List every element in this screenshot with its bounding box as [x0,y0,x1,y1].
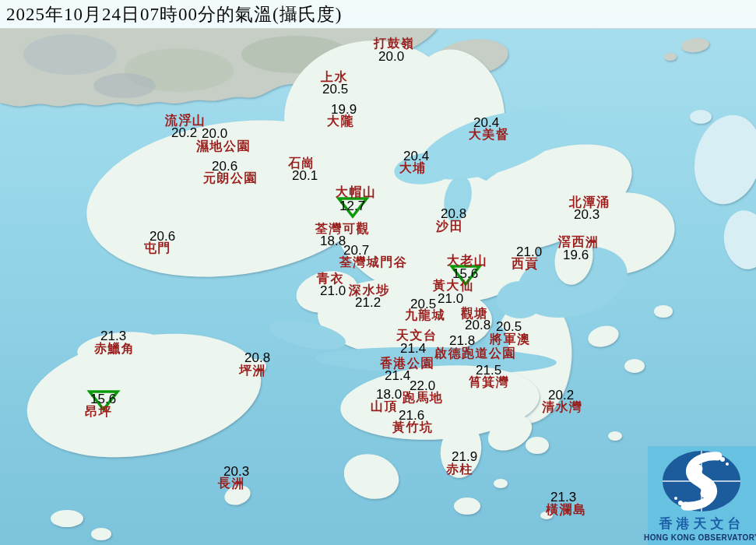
station-name-label: 筲箕灣 [469,374,510,391]
station-name-label: 青衣 [317,271,344,287]
station-name-label: 沙田 [436,219,463,235]
station-name-label: 清水灣 [542,399,583,416]
station-name-label: 滘西洲 [558,234,600,251]
station-name-label: 濕地公園 [196,139,251,155]
station-name-label: 上水 [321,69,348,86]
station-name-label: 大帽山 [336,185,377,201]
station-temp-value: 12.7 [339,199,365,214]
station-name-label: 啟德跑道公園 [434,346,516,362]
station-name-label: 觀塘 [461,306,488,322]
station-name-label: 大隴 [327,114,354,130]
hko-logo-chinese-text: 香港天文台 [659,515,745,533]
station-name-label: 荃灣城門谷 [339,255,408,271]
station-name-label: 黃大仙 [433,278,474,294]
station-name-label: 打鼓嶺 [374,36,415,52]
temperature-map: 2025年10月24日07時00分的氣溫(攝氏度) 20.0打鼓嶺20.5上水1… [0,0,756,545]
station-name-label: 荃灣可觀 [315,221,370,237]
station-name-label: 大埔 [399,160,427,177]
station-name-label: 大老山 [447,253,488,269]
station-name-label: 赤鱲角 [94,341,135,357]
station-name-label: 流浮山 [165,113,206,129]
station-name-label: 深水埗 [349,283,390,299]
hko-logo-english-text: HONG KONG OBSERVATORY [644,533,756,542]
station-name-label: 黃竹坑 [392,420,434,436]
hko-logo-symbol-icon [648,446,756,513]
station-name-label: 坪洲 [239,363,266,379]
station-name-label: 跑馬地 [403,390,444,406]
hko-logo: 香港天文台 HONG KONG OBSERVATORY [648,446,756,545]
station-name-label: 山頂 [371,399,398,415]
map-title: 2025年10月24日07時00分的氣溫(攝氏度) [0,2,342,26]
station-name-label: 赤柱 [446,462,473,478]
station-name-label: 北潭涌 [569,195,610,211]
station-name-label: 元朗公園 [203,171,258,187]
station-name-label: 橫瀾島 [546,502,587,519]
station-name-label: 天文台 [396,328,438,344]
station-name-label: 昂坪 [85,404,112,420]
title-bar: 2025年10月24日07時00分的氣溫(攝氏度) [0,0,756,29]
station-name-label: 石崗 [288,156,315,172]
station-name-label: 長洲 [218,476,245,492]
station-labels-layer: 20.0打鼓嶺20.5上水19.9大隴20.2流浮山20.0濕地公園20.4大美… [0,0,756,545]
station-name-label: 香港公園 [380,356,434,372]
station-name-label: 屯門 [144,241,171,257]
station-name-label: 西貢 [512,256,539,272]
station-name-label: 九龍城 [405,308,446,324]
station-name-label: 大美督 [469,127,510,143]
